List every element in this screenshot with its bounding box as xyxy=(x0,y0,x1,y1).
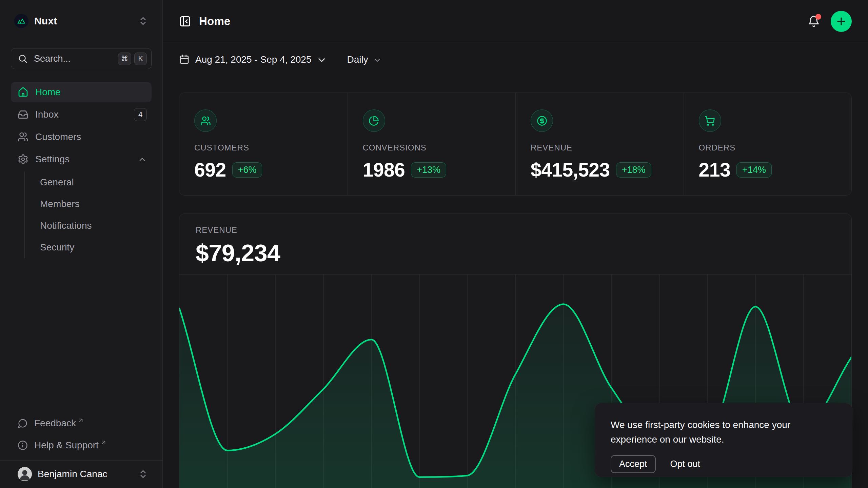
stat-label: ORDERS xyxy=(699,143,837,152)
search-icon xyxy=(18,54,28,64)
cookie-message: We use first-party cookies to enhance yo… xyxy=(611,418,836,447)
chevron-up-icon xyxy=(138,155,147,164)
inbox-icon xyxy=(18,109,28,120)
gear-icon xyxy=(18,154,28,165)
app-root: Nuxt Search... ⌘ K HomeInbox4CustomersSe… xyxy=(0,0,868,488)
user-menu[interactable]: Benjamin Canac xyxy=(0,460,162,488)
sidebar-footer: FeedbackHelp & Support xyxy=(11,414,152,460)
sidebar-item-help-support[interactable]: Help & Support xyxy=(11,436,152,455)
home-icon xyxy=(18,87,28,98)
users-icon xyxy=(18,131,28,142)
revenue-chart-value: $79,234 xyxy=(196,240,835,267)
stats-row: CUSTOMERS692+6%CONVERSIONS1986+13%REVENU… xyxy=(179,93,852,196)
sidebar-item-label: Customers xyxy=(35,131,81,142)
kbd-cmd: ⌘ xyxy=(118,53,131,65)
sidebar-item-label: Settings xyxy=(35,154,70,165)
arrow-up-right-icon xyxy=(78,417,84,424)
stat-label: REVENUE xyxy=(531,143,669,152)
stat-label: CONVERSIONS xyxy=(363,143,501,152)
filter-toolbar: Aug 21, 2025 - Sep 4, 2025 Daily xyxy=(163,43,868,76)
info-icon xyxy=(18,440,28,450)
granularity-label: Daily xyxy=(347,54,368,65)
shopping-cart-icon-badge xyxy=(699,109,721,132)
workspace-switcher[interactable]: Nuxt xyxy=(11,9,152,33)
notifications-button[interactable] xyxy=(807,15,821,28)
sidebar-subitem-general[interactable]: General xyxy=(36,171,152,193)
stat-card-revenue[interactable]: REVENUE$415,523+18% xyxy=(515,93,684,195)
sidebar-item-label: Home xyxy=(35,87,61,98)
stat-card-customers[interactable]: CUSTOMERS692+6% xyxy=(179,93,348,195)
calendar-icon xyxy=(179,54,190,65)
stat-card-conversions[interactable]: CONVERSIONS1986+13% xyxy=(348,93,516,195)
sidebar-item-label: Help & Support xyxy=(34,440,99,451)
cookie-banner: We use first-party cookies to enhance yo… xyxy=(595,403,852,477)
sidebar-subitem-security[interactable]: Security xyxy=(36,237,152,258)
stat-label: CUSTOMERS xyxy=(194,143,333,152)
add-button[interactable] xyxy=(831,11,852,32)
revenue-chart-label: REVENUE xyxy=(196,225,835,235)
avatar xyxy=(18,467,32,481)
sidebar-item-home[interactable]: Home xyxy=(11,82,152,102)
stat-value: 692 xyxy=(194,159,226,181)
collapse-sidebar-icon[interactable] xyxy=(179,15,191,27)
stat-value: $415,523 xyxy=(531,159,610,181)
user-name: Benjamin Canac xyxy=(38,469,107,480)
date-range-picker[interactable]: Aug 21, 2025 - Sep 4, 2025 xyxy=(179,54,327,65)
stat-delta-badge: +13% xyxy=(411,162,446,178)
stat-value: 1986 xyxy=(363,159,405,181)
sidebar: Nuxt Search... ⌘ K HomeInbox4CustomersSe… xyxy=(0,0,163,488)
stat-delta-badge: +6% xyxy=(232,162,262,178)
workspace-name: Nuxt xyxy=(34,15,57,27)
chevron-down-icon xyxy=(373,56,382,65)
search-input[interactable]: Search... ⌘ K xyxy=(11,48,152,69)
accept-button[interactable]: Accept xyxy=(611,455,656,473)
users-icon-badge xyxy=(194,109,217,132)
sidebar-subgroup-settings: GeneralMembersNotificationsSecurity xyxy=(24,171,152,258)
notification-dot xyxy=(815,14,821,20)
opt-out-button[interactable]: Opt out xyxy=(670,459,701,469)
stat-delta-badge: +14% xyxy=(736,162,772,178)
date-range-label: Aug 21, 2025 - Sep 4, 2025 xyxy=(195,54,312,65)
kbd-k: K xyxy=(134,53,147,65)
sidebar-subitem-members[interactable]: Members xyxy=(36,193,152,215)
dollar-circle-icon-badge xyxy=(531,109,553,132)
sidebar-item-label: Inbox xyxy=(35,109,59,120)
sidebar-item-label: Feedback xyxy=(34,418,76,429)
chevrons-up-down-icon xyxy=(138,16,148,26)
stat-card-orders[interactable]: ORDERS213+14% xyxy=(684,93,852,195)
search-kbd-group: ⌘ K xyxy=(118,53,147,65)
sidebar-item-customers[interactable]: Customers xyxy=(11,127,152,147)
sidebar-subitem-notifications[interactable]: Notifications xyxy=(36,215,152,237)
nuxt-logo-icon xyxy=(14,14,28,28)
inbox-count-badge: 4 xyxy=(134,108,147,121)
top-header: Home xyxy=(163,0,868,43)
search-placeholder: Search... xyxy=(34,54,71,64)
message-circle-icon xyxy=(18,418,28,428)
chevrons-up-down-icon xyxy=(138,469,148,479)
sidebar-item-inbox[interactable]: Inbox4 xyxy=(11,104,152,125)
arrow-up-right-icon xyxy=(100,439,107,446)
sidebar-item-settings[interactable]: Settings xyxy=(11,149,152,169)
stat-value: 213 xyxy=(699,159,731,181)
sidebar-nav: HomeInbox4CustomersSettingsGeneralMember… xyxy=(11,82,152,258)
granularity-select[interactable]: Daily xyxy=(347,54,382,65)
pie-chart-icon-badge xyxy=(363,109,385,132)
sidebar-item-feedback[interactable]: Feedback xyxy=(11,414,152,433)
plus-icon xyxy=(835,16,847,27)
chevron-down-icon xyxy=(316,55,327,65)
page-title: Home xyxy=(199,15,231,28)
stat-delta-badge: +18% xyxy=(616,162,651,178)
